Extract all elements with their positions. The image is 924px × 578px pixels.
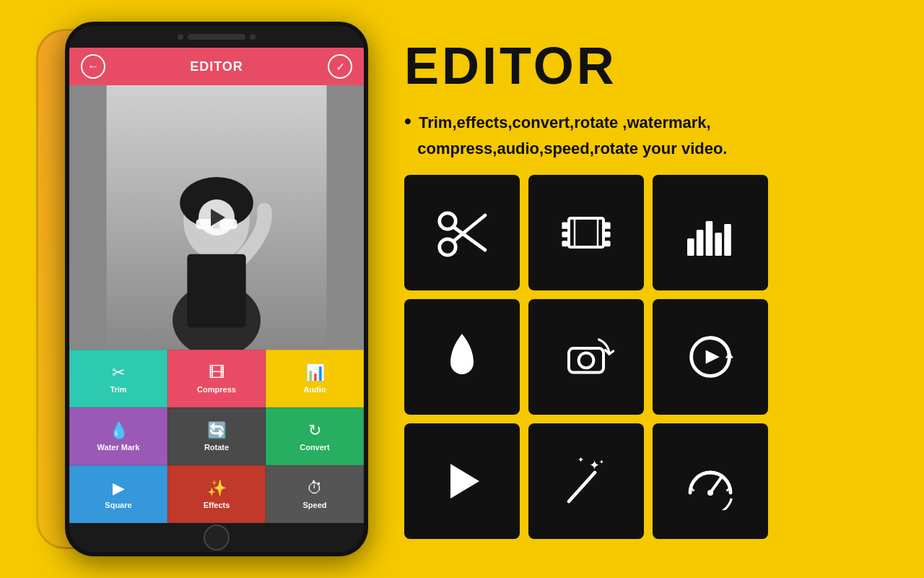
speed-icon: ⏱: [307, 479, 323, 498]
convert-icon-cell: [653, 299, 768, 415]
svg-rect-17: [562, 241, 567, 246]
audio-label: Audio: [303, 385, 326, 394]
compress-button[interactable]: 🎞 Compress: [167, 350, 266, 407]
effects-button[interactable]: ✨ Effects: [167, 465, 266, 523]
svg-line-39: [710, 476, 722, 492]
feature-description: • Trim,effects,convert,rotate ,watermark…: [404, 106, 895, 160]
svg-text:✦: ✦: [578, 455, 584, 464]
audio-icon: 📊: [305, 363, 325, 382]
svg-marker-32: [725, 352, 733, 358]
effects-icon: ✨: [207, 479, 227, 498]
speed-icon-cell: [653, 423, 768, 539]
check-icon: ✓: [336, 60, 345, 74]
rotate-camera-icon: [557, 328, 615, 386]
speed-button[interactable]: ⏱ Speed: [266, 465, 364, 523]
svg-rect-23: [687, 238, 694, 256]
feature-line2: compress,audio,speed,rotate your video.: [417, 139, 727, 158]
rotate-button[interactable]: 🔄 Rotate: [167, 407, 266, 465]
svg-rect-16: [562, 231, 567, 237]
svg-rect-20: [605, 241, 611, 246]
audio-icon-cell: [653, 175, 768, 290]
speed-gauge-icon: [681, 452, 739, 510]
trim-icon-cell: [404, 175, 520, 290]
compress-icon-cell: [528, 175, 644, 290]
convert-icon: ↻: [308, 421, 321, 440]
audio-button[interactable]: 📊 Audio: [266, 350, 364, 407]
trim-icon: ✂: [112, 363, 125, 382]
svg-rect-19: [605, 231, 611, 237]
header-title: EDITOR: [190, 59, 243, 74]
rotate-label: Rotate: [204, 443, 229, 452]
svg-rect-18: [605, 222, 611, 228]
trim-label: Trim: [110, 385, 126, 394]
watermark-button[interactable]: 💧 Water Mark: [69, 407, 167, 465]
compress-label: Compress: [197, 385, 236, 394]
svg-marker-33: [450, 464, 479, 499]
svg-text:✦: ✦: [589, 458, 600, 473]
confirm-button[interactable]: ✓: [328, 54, 352, 79]
effects-icon-cell: ✦ ✦ ✦: [528, 423, 644, 539]
watermark-icon-cell: [404, 299, 520, 415]
convert-button[interactable]: ↻ Convert: [266, 407, 364, 465]
main-title: EDITOR: [404, 40, 895, 92]
feature-line1: Trim,effects,convert,rotate ,watermark,: [419, 113, 711, 131]
feature-button-grid: ✂ Trim 🎞 Compress 📊 Audio 💧 Water Mark 🔄…: [69, 350, 364, 523]
app-header: ← EDITOR ✓: [69, 48, 364, 85]
phone-bottom-bar: [69, 523, 364, 552]
rotate-icon-cell: [528, 299, 644, 415]
feature-icon-grid: ✦ ✦ ✦: [404, 175, 895, 539]
square-icon-cell: [404, 423, 520, 539]
compress-icon: 🎞: [209, 363, 225, 382]
play-square-icon: [433, 452, 491, 510]
svg-marker-31: [706, 350, 720, 363]
convert-arrows-icon: [681, 328, 739, 386]
svg-rect-27: [724, 224, 731, 256]
magic-wand-icon: ✦ ✦ ✦: [557, 452, 615, 510]
svg-rect-14: [575, 218, 598, 247]
svg-point-40: [707, 490, 713, 496]
svg-rect-15: [562, 222, 567, 228]
svg-rect-25: [706, 221, 713, 256]
watermark-icon: 💧: [109, 421, 128, 440]
play-button[interactable]: [199, 199, 235, 236]
film-icon: [557, 204, 615, 262]
trim-button[interactable]: ✂ Trim: [69, 350, 167, 407]
watermark-label: Water Mark: [97, 443, 140, 452]
svg-rect-8: [187, 254, 245, 328]
svg-line-34: [569, 473, 595, 501]
svg-point-29: [579, 353, 594, 368]
scissors-icon: [433, 204, 491, 262]
notch-bar: [188, 34, 245, 40]
speed-label: Speed: [302, 501, 326, 509]
phone-mockup-section: ← EDITOR ✓: [29, 14, 404, 564]
water-drop-icon: [433, 328, 491, 386]
back-icon: ←: [87, 60, 99, 73]
square-icon: ▶: [113, 479, 125, 498]
effects-label: Effects: [204, 501, 230, 509]
info-section: EDITOR • Trim,effects,convert,rotate ,wa…: [404, 40, 895, 539]
svg-rect-24: [697, 230, 704, 256]
square-label: Square: [105, 501, 131, 509]
rotate-icon: 🔄: [207, 421, 227, 440]
main-phone: ← EDITOR ✓: [65, 22, 368, 556]
notch-dot2: [250, 34, 256, 40]
svg-text:✦: ✦: [599, 459, 604, 465]
bullet-point: •: [404, 110, 411, 132]
svg-rect-26: [715, 233, 722, 256]
convert-label: Convert: [300, 443, 330, 452]
home-button[interactable]: [204, 525, 230, 551]
phone-notch: [69, 26, 364, 48]
notch-dot: [178, 34, 183, 40]
back-button[interactable]: ←: [81, 54, 105, 79]
square-button[interactable]: ▶ Square: [69, 465, 167, 523]
video-preview: [69, 85, 364, 350]
audio-bars-icon: [681, 204, 739, 262]
